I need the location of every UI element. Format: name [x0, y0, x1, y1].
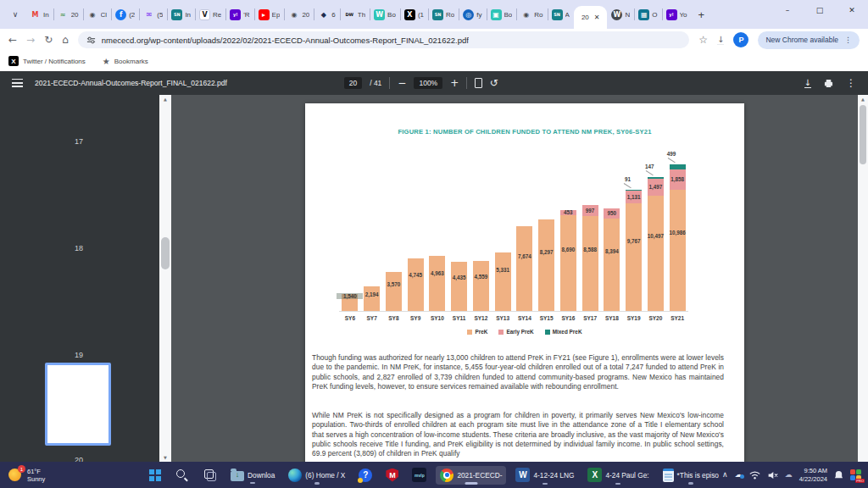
taskbar-app-win[interactable]: [145, 467, 165, 484]
browser-tab[interactable]: ◎fy: [459, 5, 486, 24]
taskbar-app-mcafee[interactable]: M: [381, 466, 403, 485]
tab-favicon: ▸: [259, 9, 270, 20]
browser-tab[interactable]: ◉Cl: [83, 5, 112, 24]
page-20-thumbnail[interactable]: [45, 363, 111, 446]
forward-icon[interactable]: →: [26, 35, 35, 45]
sidebar-page-number[interactable]: 17: [0, 137, 158, 146]
tray-chevron-up-icon[interactable]: ∧: [722, 471, 728, 479]
scroll-up-icon[interactable]: ▲: [159, 97, 171, 102]
rotate-icon[interactable]: ↻: [490, 78, 498, 88]
onedrive-cloud-icon[interactable]: ☁: [735, 471, 743, 479]
scrollbar-thumb[interactable]: [860, 105, 866, 164]
volume-muted-icon[interactable]: [767, 471, 778, 480]
main-scrollbar[interactable]: ▲: [858, 95, 868, 462]
url-text[interactable]: nmececd.org/wp-content/uploads/2022/02/2…: [102, 36, 469, 45]
office-app-icon[interactable]: PRO: [850, 469, 861, 480]
scrollbar-thumb[interactable]: [161, 237, 170, 269]
sidebar-page-number[interactable]: 19: [0, 351, 158, 359]
notifications-bell-icon[interactable]: [834, 470, 843, 480]
close-button[interactable]: ✕: [836, 0, 868, 20]
tab-search-icon[interactable]: ∨: [7, 6, 24, 23]
taskbar-app-label: 2021-ECECD-: [457, 471, 502, 480]
browser-tab[interactable]: ◉Ro: [516, 5, 547, 24]
bookmark-star-icon[interactable]: ☆: [698, 35, 708, 45]
bookmark-twitter[interactable]: X Twitter / Notifications: [8, 56, 86, 66]
weather-widget[interactable]: 1 61°FSunny: [8, 468, 45, 483]
chart-column: 9,7671,13191: [623, 151, 645, 311]
bar-value-label: 8,394: [598, 248, 625, 254]
fit-page-icon[interactable]: [475, 78, 482, 88]
divider: [466, 77, 467, 89]
back-icon[interactable]: ←: [8, 35, 17, 45]
browser-tab[interactable]: SNRo: [428, 5, 459, 24]
x-axis-label: SY10: [426, 315, 448, 321]
browser-tab[interactable]: y!Yo: [662, 5, 692, 24]
chart-column: 8,588997: [579, 151, 601, 311]
x-axis-label: SY19: [623, 315, 645, 321]
menu-kebab-icon[interactable]: ⋮: [844, 36, 852, 44]
taskbar-app-notepad[interactable]: *This is episo: [659, 466, 723, 485]
browser-tab[interactable]: ▦O: [634, 5, 661, 24]
browser-tab[interactable]: ◉20: [284, 5, 314, 24]
taskbar-app-mvlp[interactable]: mvlp: [408, 465, 431, 485]
taskbar-app-taskview[interactable]: [198, 465, 221, 485]
reload-icon[interactable]: ↻: [44, 35, 53, 45]
tab-title: Bo: [387, 11, 396, 19]
browser-tab[interactable]: SNA: [548, 5, 574, 24]
tab-close-icon[interactable]: ✕: [594, 14, 600, 21]
tab-favicon: SN: [171, 9, 182, 20]
bookmark-folder[interactable]: ★ Bookmarks: [103, 57, 148, 66]
wifi-icon[interactable]: [749, 471, 760, 480]
taskbar-app-folder[interactable]: Downloa: [226, 466, 279, 484]
taskbar-app-excel[interactable]: X4-24 Paul Ge:: [583, 465, 653, 485]
zoom-level[interactable]: 100%: [414, 77, 442, 89]
browser-tab[interactable]: MIn: [25, 5, 53, 24]
zoom-out-icon[interactable]: −: [398, 78, 406, 88]
chart-column: 4,963: [426, 151, 448, 311]
browser-tab[interactable]: X(1: [400, 5, 428, 24]
taskbar-app-search[interactable]: [170, 465, 193, 485]
bar-value-label: 9,767: [620, 238, 647, 244]
browser-tab[interactable]: y!'R: [225, 5, 253, 24]
chart-bar: 8,394950: [604, 208, 620, 311]
star-icon: ★: [103, 57, 110, 66]
taskbar-clock[interactable]: 9:50 AM4/22/2024: [799, 467, 827, 483]
active-tab[interactable]: 20✕: [574, 6, 608, 29]
night-cloud-icon[interactable]: ☁: [785, 471, 793, 479]
site-settings-icon[interactable]: [86, 36, 96, 45]
minimize-button[interactable]: –: [771, 0, 804, 20]
browser-tab[interactable]: WBo: [370, 5, 400, 24]
taskbar-app-chrome[interactable]: 2021-ECECD-: [436, 466, 506, 485]
address-bar[interactable]: nmececd.org/wp-content/uploads/2022/02/2…: [78, 31, 690, 48]
x-axis-label: SY11: [448, 315, 470, 321]
scroll-up-icon[interactable]: ▲: [858, 97, 868, 102]
notification-badge: 1: [18, 465, 25, 473]
browser-tab[interactable]: DWTh: [340, 5, 370, 24]
page-number-input[interactable]: 20: [344, 77, 362, 89]
browser-tab[interactable]: ≈20: [53, 5, 83, 24]
browser-tab[interactable]: f(2: [111, 5, 139, 24]
profile-avatar[interactable]: P: [733, 32, 748, 47]
chart-bar: 10,4971,497147: [648, 177, 664, 311]
browser-tab[interactable]: VRe: [195, 5, 225, 24]
browser-tab[interactable]: ✉(5: [139, 5, 167, 24]
chrome-update-pill[interactable]: New Chrome available ⋮: [758, 31, 860, 49]
browser-tab[interactable]: ▸Ep: [254, 5, 285, 24]
pdf-kebab-icon[interactable]: ⋮: [846, 78, 856, 88]
scroll-down-icon[interactable]: ▼: [159, 455, 171, 460]
zoom-in-icon[interactable]: +: [450, 78, 459, 88]
maximize-button[interactable]: □: [804, 0, 836, 20]
taskbar-app-help[interactable]: ?: [354, 466, 376, 485]
browser-tab[interactable]: ▣Bo: [487, 5, 517, 24]
legend-label: Early PreK: [506, 329, 533, 335]
home-icon[interactable]: ⌂: [62, 35, 69, 45]
browser-tab[interactable]: SNIn: [167, 5, 195, 24]
browser-tab[interactable]: ◆6: [314, 5, 339, 24]
taskbar-app-word[interactable]: W4-12-24 LNG: [511, 465, 578, 485]
taskbar-app-edge[interactable]: (6) Home / X: [284, 466, 349, 485]
sidebar-page-number[interactable]: 18: [0, 244, 158, 252]
sidebar-scrollbar[interactable]: ▲ ▼: [159, 95, 171, 462]
browser-tab[interactable]: WN: [607, 5, 634, 24]
new-tab-button[interactable]: +: [698, 8, 705, 21]
downloads-icon[interactable]: ↓: [717, 35, 724, 45]
